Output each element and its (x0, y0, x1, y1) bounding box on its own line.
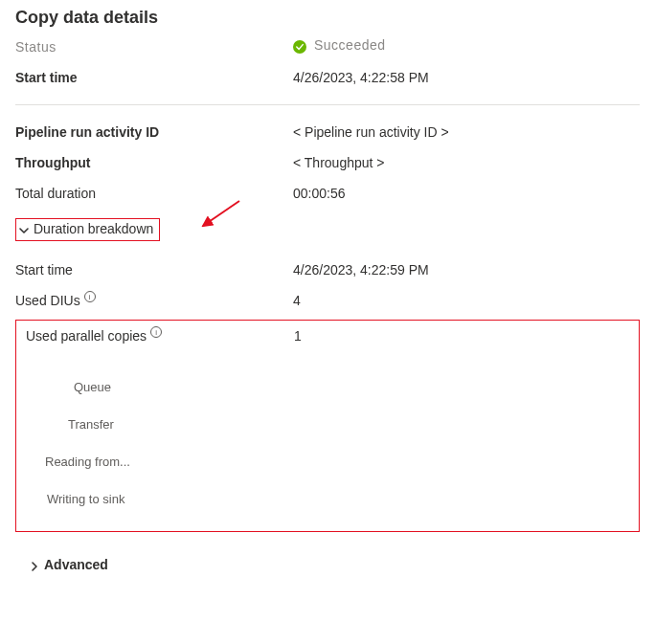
start-time-row: Start time 4/26/2023, 4:22:58 PM (15, 62, 640, 93)
start-time-value: 4/26/2023, 4:22:58 PM (293, 70, 640, 85)
pipeline-id-row: Pipeline run activity ID < Pipeline run … (15, 117, 640, 147)
used-dius-value: 4 (293, 293, 640, 308)
status-row: Status Succeeded (15, 39, 640, 62)
phase-writing: Writing to sink (47, 480, 629, 518)
advanced-row: Advanced (29, 551, 640, 578)
used-dius-row: Used DIUs i 4 (15, 285, 640, 316)
total-duration-row: Total duration 00:00:56 (15, 178, 640, 209)
duration-breakdown-toggle[interactable]: Duration breakdown (15, 218, 160, 241)
status-label: Status (15, 39, 293, 55)
info-icon[interactable]: i (84, 291, 96, 302)
throughput-row: Throughput < Throughput > (15, 147, 640, 178)
breakdown-start-value: 4/26/2023, 4:22:59 PM (293, 262, 640, 278)
throughput-value: < Throughput > (293, 155, 640, 170)
pipeline-id-value: < Pipeline run activity ID > (293, 124, 640, 140)
breakdown-start-label: Start time (15, 262, 293, 278)
advanced-toggle[interactable]: Advanced (29, 557, 108, 572)
divider (15, 104, 640, 105)
breakdown-start-row: Start time 4/26/2023, 4:22:59 PM (15, 255, 640, 285)
duration-breakdown-row: Duration breakdown (15, 212, 640, 247)
pipeline-id-label: Pipeline run activity ID (15, 124, 293, 140)
used-parallel-value: 1 (294, 328, 629, 344)
status-value: Succeeded (293, 39, 640, 55)
used-parallel-row: Used parallel copies i 1 (26, 328, 629, 351)
page-title: Copy data details (15, 8, 640, 28)
total-duration-value: 00:00:56 (293, 186, 640, 201)
info-icon[interactable]: i (150, 326, 162, 338)
used-dius-label: Used DIUs i (15, 293, 293, 308)
phase-list: Queue Transfer Reading from... Writing t… (53, 368, 629, 518)
phase-transfer: Transfer (68, 406, 629, 443)
phase-reading: Reading from... (45, 443, 629, 480)
total-duration-label: Total duration (15, 186, 293, 201)
start-time-label: Start time (15, 70, 293, 85)
used-parallel-label: Used parallel copies i (26, 328, 294, 344)
succeeded-icon (293, 40, 306, 54)
annotation-highlight-box: Used parallel copies i 1 Queue Transfer … (15, 320, 640, 532)
chevron-down-icon (18, 224, 28, 233)
phase-queue: Queue (74, 368, 629, 406)
duration-breakdown-label: Duration breakdown (34, 221, 153, 236)
status-text: Succeeded (314, 37, 386, 53)
advanced-label: Advanced (44, 557, 108, 572)
chevron-right-icon (29, 560, 38, 569)
throughput-label: Throughput (15, 155, 293, 170)
